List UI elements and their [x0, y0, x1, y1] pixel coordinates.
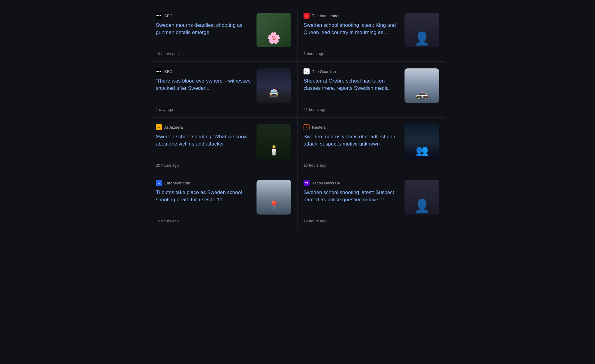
- timestamp: 16 hours ago: [304, 163, 439, 168]
- card-content: GThe GuardianShooter at Örebro school ha…: [304, 68, 400, 92]
- card-content: iThe IndependentSweden school shooting l…: [304, 13, 400, 36]
- article-thumbnail: [405, 180, 439, 215]
- card-content: BBCSweden mourns deadliest shooting as g…: [156, 13, 252, 36]
- card-top: BBC'There was blood everywhere' - witnes…: [156, 68, 291, 103]
- card-content: ENEuronews.comTributes take place as Swe…: [156, 180, 252, 203]
- source-row: Y!Yahoo News UK: [304, 180, 400, 186]
- card-top: RReutersSweden mourns victims of deadlie…: [304, 124, 439, 159]
- article-thumbnail: [257, 13, 291, 47]
- timestamp: 19 hours ago: [156, 219, 291, 223]
- article-thumbnail: [405, 68, 439, 103]
- source-row: BBC: [156, 68, 252, 74]
- source-row: ENEuronews.com: [156, 180, 252, 186]
- guardian-icon: G: [304, 68, 310, 74]
- article-thumbnail: [257, 180, 291, 215]
- article-thumbnail: [257, 124, 291, 159]
- news-card: BBCSweden mourns deadliest shooting as g…: [150, 6, 298, 62]
- source-name: Yahoo News UK: [312, 181, 340, 185]
- card-top: ENEuronews.comTributes take place as Swe…: [156, 180, 291, 215]
- article-title[interactable]: Sweden school shooting latest: Suspect n…: [304, 189, 400, 203]
- card-top: GThe GuardianShooter at Örebro school ha…: [304, 68, 439, 103]
- news-card: RReutersSweden mourns victims of deadlie…: [298, 118, 445, 173]
- article-title[interactable]: Sweden school shooting latest: King and …: [304, 22, 400, 36]
- svg-text:EN: EN: [158, 182, 160, 184]
- svg-text:i: i: [306, 15, 307, 17]
- source-row: BBC: [156, 13, 252, 19]
- timestamp: 21 hours ago: [304, 107, 439, 112]
- source-row: AJAl Jazeera: [156, 124, 252, 130]
- timestamp: 20 hours ago: [156, 163, 291, 168]
- source-name: The Guardian: [312, 69, 336, 74]
- news-card: BBC'There was blood everywhere' - witnes…: [150, 62, 298, 118]
- article-title[interactable]: Sweden mourns deadliest shooting as gunm…: [156, 22, 252, 36]
- card-content: Y!Yahoo News UKSweden school shooting la…: [304, 180, 400, 203]
- bbc-icon: [156, 68, 162, 74]
- news-grid: BBCSweden mourns deadliest shooting as g…: [150, 6, 445, 229]
- source-row: iThe Independent: [304, 13, 400, 19]
- svg-text:Y!: Y!: [305, 182, 308, 185]
- article-title[interactable]: Sweden mourns victims of deadliest gun a…: [304, 133, 400, 148]
- article-title[interactable]: Sweden school shooting: What we know abo…: [156, 133, 252, 148]
- source-name: Al Jazeera: [164, 125, 183, 130]
- article-thumbnail: [405, 13, 439, 47]
- svg-text:AJ: AJ: [158, 127, 160, 128]
- news-card: Y!Yahoo News UKSweden school shooting la…: [298, 173, 445, 229]
- bbc-icon: [156, 13, 162, 19]
- reuters-icon: R: [304, 124, 310, 130]
- svg-text:R: R: [306, 127, 307, 128]
- news-card: iThe IndependentSweden school shooting l…: [298, 6, 445, 62]
- svg-text:G: G: [305, 70, 308, 74]
- card-top: AJAl JazeeraSweden school shooting: What…: [156, 124, 291, 159]
- card-top: BBCSweden mourns deadliest shooting as g…: [156, 13, 291, 47]
- article-title[interactable]: 'There was blood everywhere' - witnesses…: [156, 77, 252, 92]
- timestamp: 6 hours ago: [304, 52, 439, 56]
- news-card: AJAl JazeeraSweden school shooting: What…: [150, 118, 298, 173]
- card-content: AJAl JazeeraSweden school shooting: What…: [156, 124, 252, 148]
- source-name: BBC: [164, 69, 172, 74]
- timestamp: 12 hours ago: [304, 219, 439, 223]
- timestamp: 10 hours ago: [156, 52, 291, 56]
- source-row: GThe Guardian: [304, 68, 400, 74]
- article-thumbnail: [257, 68, 291, 103]
- aljazeera-icon: AJ: [156, 124, 162, 130]
- card-top: iThe IndependentSweden school shooting l…: [304, 13, 439, 47]
- article-title[interactable]: Tributes take place as Sweden school sho…: [156, 189, 252, 203]
- news-card: GThe GuardianShooter at Örebro school ha…: [298, 62, 445, 118]
- article-thumbnail: [405, 124, 439, 159]
- source-name: BBC: [164, 14, 172, 18]
- source-row: RReuters: [304, 124, 400, 130]
- independent-icon: i: [304, 13, 310, 19]
- card-content: RReutersSweden mourns victims of deadlie…: [304, 124, 400, 148]
- source-name: The Independent: [312, 14, 342, 18]
- timestamp: 1 day ago: [156, 107, 291, 112]
- card-content: BBC'There was blood everywhere' - witnes…: [156, 68, 252, 92]
- source-name: Euronews.com: [164, 181, 190, 185]
- source-name: Reuters: [312, 125, 326, 130]
- card-top: Y!Yahoo News UKSweden school shooting la…: [304, 180, 439, 215]
- news-card: ENEuronews.comTributes take place as Swe…: [150, 173, 298, 229]
- article-title[interactable]: Shooter at Örebro school had taken class…: [304, 77, 400, 92]
- euronews-icon: EN: [156, 180, 162, 186]
- yahoo-icon: Y!: [304, 180, 310, 186]
